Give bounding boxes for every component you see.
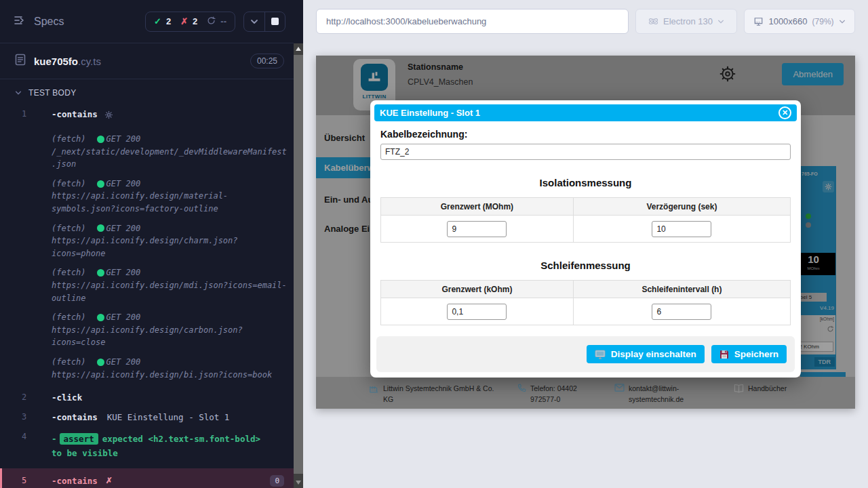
- fetch-tag: (fetch): [52, 133, 86, 146]
- isolation-limit-input[interactable]: [447, 221, 507, 237]
- display-icon: [595, 350, 606, 359]
- isolation-delay-header: Verzögerung (sek): [573, 198, 790, 216]
- fetch-status: GET 200: [106, 178, 141, 190]
- specs-title[interactable]: Specs: [34, 16, 64, 28]
- close-icon[interactable]: ✕: [778, 106, 791, 119]
- loop-interval-header: Schleifenintervall (h): [573, 281, 790, 298]
- command-contains-1[interactable]: 1 -contains: [0, 104, 294, 127]
- url-input[interactable]: [316, 9, 629, 34]
- modal-title: KUE Einstellung - Slot 1: [380, 108, 480, 118]
- command-name: -contains: [52, 476, 98, 486]
- fetch-status: GET 200: [106, 222, 141, 235]
- spec-duration-badge: 00:25: [250, 54, 284, 68]
- isolation-section-title: Isolationsmessung: [380, 177, 791, 188]
- status-dot-icon: [97, 136, 104, 143]
- scroll-up-arrow-icon[interactable]: [296, 47, 301, 51]
- scroll-down-arrow-icon[interactable]: [296, 481, 301, 485]
- save-icon: [719, 350, 729, 359]
- fetch-log[interactable]: (fetch)GET 200 /_next/static/development…: [52, 133, 290, 171]
- passed-count: 2: [166, 16, 171, 26]
- command-number: 2: [22, 392, 42, 402]
- fetch-tag: (fetch): [52, 311, 86, 324]
- runner-controls: [243, 12, 285, 32]
- fetch-status: GET 200: [106, 356, 141, 369]
- command-log: 1 -contains (fetch)GET 200 /_next/static…: [0, 103, 294, 488]
- stat-passed: ✓2: [154, 16, 171, 26]
- assert-badge: assert: [60, 433, 98, 445]
- fetch-log[interactable]: (fetch)GET 200 https://api.iconify.desig…: [52, 311, 290, 349]
- isolation-delay-input[interactable]: [652, 221, 711, 237]
- scrollbar-thumb[interactable]: [294, 55, 303, 474]
- isolation-limit-header: Grenzwert (MOhm): [381, 198, 574, 216]
- fetch-log[interactable]: (fetch)GET 200 https://api.iconify.desig…: [52, 178, 290, 216]
- spec-row[interactable]: kue705fo.cy.ts 00:25: [0, 43, 294, 79]
- command-number: 1: [22, 109, 42, 119]
- command-name: -contains: [52, 412, 98, 422]
- reporter-sidebar: Specs ✓2 ✗2 -- kue705fo.cy.ts 00:25: [0, 0, 294, 488]
- fetch-status: GET 200: [106, 311, 141, 324]
- fetch-log[interactable]: (fetch)GET 200 https://api.iconify.desig…: [52, 266, 290, 304]
- save-label: Speichern: [734, 349, 778, 359]
- cable-name-input[interactable]: [380, 144, 791, 160]
- modal-body: Kabelbezeichnung: Isolationsmessung Gren…: [374, 121, 797, 325]
- aut-frame: LITTWIN Stationsname CPLV4_Maschen Abmel…: [316, 56, 855, 409]
- command-name: -click: [52, 392, 82, 403]
- check-icon: ✓: [154, 16, 161, 26]
- cypress-app-window: Specs ✓2 ✗2 -- kue705fo.cy.ts 00:25: [0, 0, 868, 488]
- stat-pending: --: [207, 16, 226, 27]
- assert-dash: -: [52, 434, 57, 444]
- cross-icon: ✗: [180, 16, 188, 26]
- command-contains-2[interactable]: 3 -contains KUE Einstellung - Slot 1: [0, 407, 294, 427]
- loop-limit-input[interactable]: [447, 304, 507, 320]
- fail-count-badge: 0: [270, 475, 284, 487]
- fetch-url: https://api.iconify.design/mdi.json?icon…: [52, 279, 290, 304]
- display-on-label: Display einschalten: [611, 349, 696, 359]
- fetch-tag: (fetch): [52, 356, 86, 369]
- viewport-selector[interactable]: 1000x660 (79%): [744, 9, 855, 34]
- spec-name: kue705fo.cy.ts: [34, 56, 101, 67]
- fetch-url: https://api.iconify.design/material-symb…: [52, 190, 290, 215]
- command-number: 5: [22, 476, 42, 485]
- cable-name-label: Kabelbezeichnung:: [380, 129, 791, 140]
- status-dot-icon: [97, 180, 104, 188]
- reporter-scrollbar: [294, 0, 303, 488]
- pending-count: --: [220, 16, 226, 26]
- save-button[interactable]: Speichern: [711, 345, 787, 363]
- loop-limit-header: Grenzwert (kOhm): [381, 281, 574, 298]
- scrollbar-track[interactable]: [294, 43, 303, 488]
- fetch-log[interactable]: (fetch)GET 200 https://api.iconify.desig…: [52, 222, 290, 260]
- command-contains-failed[interactable]: 5 -contains ✗ 0: [0, 468, 294, 488]
- loop-table: Grenzwert (kOhm) Schleifenintervall (h): [380, 280, 791, 325]
- display-on-button[interactable]: Display einschalten: [587, 345, 705, 363]
- collapse-button[interactable]: [244, 12, 265, 31]
- fetch-url: https://api.iconify.design/bi.json?icons…: [52, 369, 290, 382]
- chevron-down-icon: [15, 89, 22, 96]
- loop-interval-input[interactable]: [652, 304, 711, 320]
- refresh-icon: [207, 16, 216, 27]
- viewport-size-icon: [753, 17, 764, 26]
- test-stats: ✓2 ✗2 --: [145, 12, 235, 32]
- specs-menu-icon[interactable]: [14, 14, 26, 29]
- spec-file-icon: [15, 54, 26, 68]
- isolation-table: Grenzwert (MOhm) Verzögerung (sek): [380, 197, 791, 243]
- failed-count: 2: [193, 16, 197, 26]
- browser-name: Electron 130: [663, 16, 713, 26]
- status-dot-icon: [97, 359, 104, 366]
- test-body-toggle[interactable]: TEST BODY: [0, 79, 294, 103]
- fetch-log[interactable]: (fetch)GET 200 https://api.iconify.desig…: [52, 356, 290, 381]
- loop-section-title: Schleifenmessung: [380, 260, 791, 271]
- status-dot-icon: [97, 314, 104, 321]
- fetch-status: GET 200: [106, 133, 141, 146]
- command-assert[interactable]: 4 -assertexpected <h2.text-sm.font-bold>…: [0, 427, 294, 466]
- command-click[interactable]: 2 -click: [0, 388, 294, 407]
- spec-extension: .cy.ts: [78, 56, 101, 67]
- modal-header: KUE Einstellung - Slot 1 ✕: [374, 104, 797, 121]
- status-dot-icon: [97, 269, 104, 277]
- browser-selector[interactable]: Electron 130: [635, 9, 737, 34]
- aut-pane: Electron 130 1000x660 (79%) LITTWIN: [303, 0, 868, 488]
- spec-basename: kue705fo: [34, 56, 78, 67]
- stop-button[interactable]: [265, 12, 285, 31]
- command-name: -contains: [52, 109, 98, 119]
- fail-x-icon: ✗: [106, 476, 113, 485]
- assert-message: -assertexpected <h2.text-sm.font-bold> t…: [52, 432, 275, 461]
